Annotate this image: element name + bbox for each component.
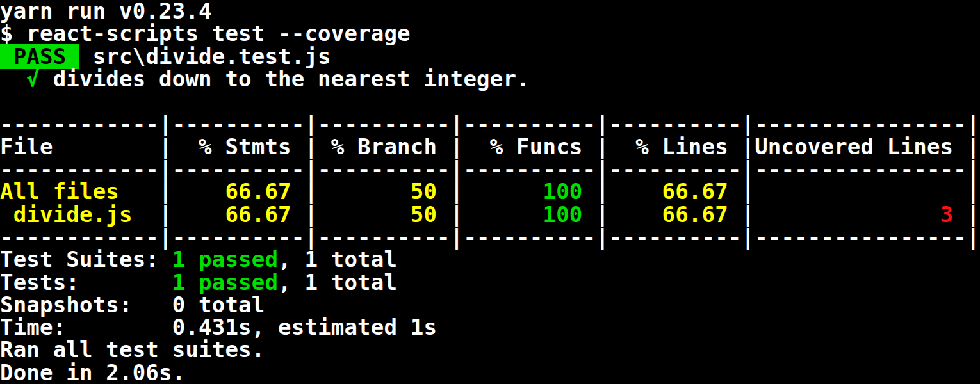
cell-funcs: 100 xyxy=(463,202,596,227)
terminal-text: | xyxy=(304,179,318,204)
test-case-name: divides down to the nearest integer. xyxy=(40,66,530,92)
test-case-line: √ divides down to the nearest integer. xyxy=(0,68,980,90)
terminal-text: Done in 2.06s. xyxy=(0,360,185,384)
terminal-text: | xyxy=(450,179,464,204)
terminal-text: | xyxy=(596,202,609,227)
table-row-all-files: All files | 66.67 | 50 | 100 | 66.67 | | xyxy=(0,180,980,203)
tests-passed-count: 1 passed xyxy=(172,269,278,295)
yarn-version-line: yarn run v0.23.4 xyxy=(0,0,980,22)
summary-test-suites: Test Suites: 1 passed, 1 total xyxy=(0,248,980,271)
done-line: Done in 2.06s. xyxy=(0,362,980,384)
table-border-mid: ------------|----------|----------|-----… xyxy=(0,158,980,180)
terminal-text: Ran all test suites. xyxy=(0,337,265,362)
terminal-text: $ react-scripts test --coverage xyxy=(0,20,411,46)
terminal-text: Test Suites: xyxy=(0,246,172,272)
terminal-text: | xyxy=(596,179,609,204)
check-icon: √ xyxy=(26,66,40,92)
terminal-text: ------------|----------|----------|-----… xyxy=(0,156,980,182)
terminal-output: yarn run v0.23.4$ react-scripts test --c… xyxy=(0,0,980,384)
ran-all-line: Ran all test suites. xyxy=(0,339,980,361)
terminal-text: | xyxy=(742,179,755,204)
cell-branch: 50 xyxy=(318,202,450,227)
terminal-text xyxy=(755,202,940,227)
terminal-text xyxy=(0,66,26,92)
cell-funcs: 100 xyxy=(463,179,596,204)
cell-uncovered: | xyxy=(755,179,979,204)
table-row-divide-js: divide.js | 66.67 | 50 | 100 | 66.67 | 3… xyxy=(0,204,980,226)
terminal-text: | xyxy=(159,202,172,227)
test-status-line: PASS src\divide.test.js xyxy=(0,45,980,68)
summary-snapshots: Snapshots: 0 total xyxy=(0,294,980,316)
uncovered-lines-value: 3 xyxy=(940,202,954,227)
table-header-row: File | % Stmts | % Branch | % Funcs | % … xyxy=(0,136,980,158)
terminal-text: Time: 0.431s, estimated 1s xyxy=(0,314,437,340)
table-border-top: ------------|----------|----------|-----… xyxy=(0,113,980,135)
terminal-text: ------------|----------|----------|-----… xyxy=(0,111,980,136)
terminal-text: File | % Stmts | % Branch | % Funcs | % … xyxy=(0,134,980,159)
summary-time: Time: 0.431s, estimated 1s xyxy=(0,316,980,339)
terminal-text: | xyxy=(304,202,318,227)
summary-tests: Tests: 1 passed, 1 total xyxy=(0,271,980,294)
cell-stmts: 66.67 xyxy=(172,202,305,227)
terminal-text: | xyxy=(742,202,755,227)
cell-file: divide.js xyxy=(0,202,159,227)
terminal-window: yarn run v0.23.4$ react-scripts test --c… xyxy=(0,0,980,384)
cell-lines: 66.67 xyxy=(609,202,742,227)
table-border-bottom: ------------|----------|----------|-----… xyxy=(0,226,980,248)
terminal-text: , 1 total xyxy=(278,269,397,295)
command-line: $ react-scripts test --coverage xyxy=(0,22,980,45)
terminal-text: ------------|----------|----------|-----… xyxy=(0,224,980,250)
cell-branch: 50 xyxy=(318,179,450,204)
test-file-path: src\divide.test.js xyxy=(79,44,331,69)
terminal-text: Tests: xyxy=(0,269,172,295)
terminal-text: , 1 total xyxy=(278,246,397,272)
cell-lines: 66.67 xyxy=(609,179,742,204)
terminal-text: | xyxy=(953,202,979,227)
suites-passed-count: 1 passed xyxy=(172,246,278,272)
terminal-text: | xyxy=(450,202,464,227)
terminal-text: Snapshots: 0 total xyxy=(0,292,265,317)
cell-stmts: 66.67 xyxy=(172,179,305,204)
cell-file: All files xyxy=(0,179,159,204)
blank-line xyxy=(0,90,980,113)
pass-badge: PASS xyxy=(0,44,79,69)
terminal-text: | xyxy=(159,179,172,204)
